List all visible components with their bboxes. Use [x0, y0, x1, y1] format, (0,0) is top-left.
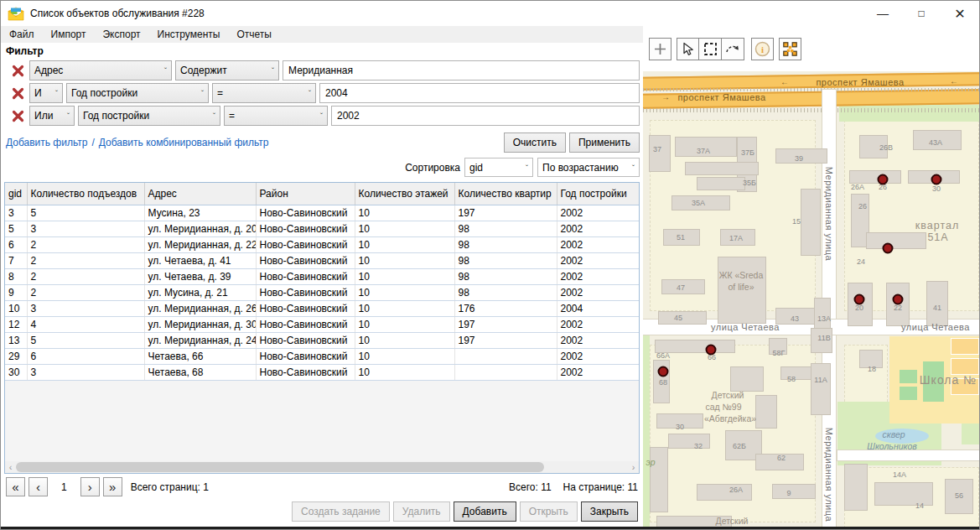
add-combined-filter-link[interactable]: Добавить комбинированный фильтр [99, 137, 269, 148]
close-object-list-button[interactable]: Закрыть [581, 501, 638, 522]
map-canvas[interactable]: проспект Ямашевапроспект Ямашева←←→улица… [643, 71, 979, 527]
filter-value-input[interactable] [331, 106, 640, 126]
pan-icon [653, 42, 667, 56]
prev-page-button[interactable]: ‹ [29, 477, 48, 496]
column-header-Район[interactable]: Район [256, 183, 355, 205]
map-object-marker[interactable] [878, 174, 889, 185]
filter-value-input[interactable] [319, 83, 640, 103]
menu-item-Экспорт[interactable]: Экспорт [102, 29, 140, 40]
objects-table-container: gidКоличество подъездовАдресРайонКоличес… [4, 182, 640, 474]
last-page-button[interactable]: » [103, 477, 122, 496]
status-group: Всего: 11 На странице: 11 [509, 481, 638, 493]
table-cell: 10 [5, 301, 27, 317]
scrollbar-thumb[interactable] [16, 462, 544, 472]
map-label: эр [646, 457, 655, 467]
filter-operator-dropdown[interactable]: Содержитˇ [175, 60, 279, 81]
scroll-left-icon[interactable]: ‹ [5, 461, 16, 473]
next-page-button[interactable]: › [80, 477, 100, 496]
menu-item-Импорт[interactable]: Импорт [51, 29, 86, 40]
column-header-Количество подъездов[interactable]: Количество подъездов [27, 183, 144, 205]
map-label: улица Четаева [901, 322, 970, 332]
cursor-select-button[interactable] [677, 38, 699, 60]
table-cell: Четаева, 66 [144, 349, 256, 365]
delete-filter-icon[interactable] [9, 62, 26, 79]
table-row[interactable]: 124ул. Меридианная, д. 30Ново-Савиновски… [5, 317, 639, 333]
table-row[interactable]: 103ул. Меридианная, д. 26Ново-Савиновски… [5, 301, 639, 317]
table-row[interactable]: 72ул. Четаева, д. 41Ново-Савиновский1098… [5, 253, 639, 269]
table-cell: 6 [27, 349, 144, 365]
info-button[interactable]: i [751, 38, 774, 60]
column-header-Количество квартир[interactable]: Количество квартир [454, 183, 557, 205]
column-header-gid[interactable]: gid [5, 183, 27, 205]
map-label: 68 [659, 378, 667, 387]
add-button[interactable]: Добавить [454, 501, 516, 522]
filter-field-dropdown[interactable]: Год постройкиˇ [66, 83, 209, 103]
horizontal-scrollbar[interactable]: ‹ › [5, 461, 639, 473]
map-label: 26 [858, 202, 867, 210]
table-cell: Ново-Савиновский [256, 221, 355, 237]
clear-filter-button[interactable]: Очистить [504, 132, 566, 153]
add-filter-link[interactable]: Добавить фильтр [6, 137, 87, 148]
map-label: 18 [868, 365, 876, 373]
table-row[interactable]: 53ул. Меридианная, д. 20Ново-Савиновский… [5, 221, 639, 237]
table-row[interactable]: 296Четаева, 66Ново-Савиновский102002 [5, 349, 639, 365]
scroll-right-icon[interactable]: › [628, 461, 639, 473]
close-button[interactable]: ✕ [941, 1, 979, 26]
table-cell: Ново-Савиновский [256, 301, 355, 317]
delete-button: Удалить [393, 501, 450, 522]
open-button: Открыть [520, 501, 578, 522]
filter-operator-dropdown[interactable]: =ˇ [212, 83, 316, 103]
minimize-button[interactable]: — [863, 1, 902, 26]
filter-logic-dropdown[interactable]: Илиˇ [29, 106, 75, 126]
zoom-to-objects-button[interactable] [779, 38, 801, 60]
menubar: ФайлИмпортЭкспортИнструментыОтчеты [1, 26, 643, 43]
sort-direction-dropdown[interactable]: По возрастаниюˇ [537, 158, 640, 177]
column-header-Количество этажей[interactable]: Количество этажей [355, 183, 454, 205]
map-object-marker[interactable] [931, 174, 942, 185]
filter-row-3: ИлиˇГод постройкиˇ=ˇ [9, 106, 640, 126]
chevron-down-icon: ˇ [51, 89, 58, 97]
table-cell: 5 [5, 221, 27, 237]
map-object-marker[interactable] [706, 345, 717, 356]
apply-filter-button[interactable]: Применить [569, 132, 640, 153]
table-row[interactable]: 135ул. Меридианная, д. 24Ново-Савиновски… [5, 333, 639, 349]
sort-field-dropdown[interactable]: gidˇ [464, 158, 533, 177]
map-building [685, 162, 759, 175]
map-label: 9 [786, 489, 791, 497]
chevron-down-icon: ˇ [160, 66, 167, 75]
map-object-marker[interactable] [854, 294, 865, 305]
filter-logic-dropdown[interactable]: Иˇ [29, 83, 63, 103]
map-object-marker[interactable] [883, 243, 894, 254]
menu-item-Файл[interactable]: Файл [9, 29, 34, 40]
first-page-button[interactable]: « [6, 477, 25, 496]
filter-field-dropdown[interactable]: Год постройкиˇ [78, 106, 220, 126]
lasso-select-button[interactable] [722, 38, 744, 60]
table-row[interactable]: 62ул. Меридианная, д. 22Ново-Савиновский… [5, 237, 639, 253]
rect-select-button[interactable] [699, 38, 722, 60]
table-row[interactable]: 303Четаева, 68Ново-Савиновский102002 [5, 365, 639, 381]
table-header-row: gidКоличество подъездовАдресРайонКоличес… [5, 183, 639, 205]
filter-operator-dropdown[interactable]: =ˇ [224, 106, 328, 126]
table-cell: 98 [454, 269, 557, 285]
map-label: 32 [694, 442, 703, 450]
map-building [849, 170, 901, 184]
table-row[interactable]: 92ул. Мусина, д. 21Ново-Савиновский10982… [5, 285, 639, 301]
map-object-marker[interactable] [893, 294, 904, 305]
map-label: 26А [851, 183, 864, 191]
maximize-button[interactable]: □ [902, 1, 941, 26]
menu-item-Отчеты[interactable]: Отчеты [236, 29, 271, 40]
map-label: 41 [933, 304, 941, 312]
menu-item-Инструменты[interactable]: Инструменты [158, 29, 220, 40]
map-label: «Абвгдейка» [704, 413, 756, 423]
pan-button[interactable] [649, 38, 671, 60]
map-label: 11В [817, 334, 830, 342]
delete-filter-icon[interactable] [9, 107, 26, 124]
table-row[interactable]: 35Мусина, 23Ново-Савиновский101972002 [5, 205, 639, 221]
map-object-marker[interactable] [658, 366, 669, 377]
filter-field-dropdown[interactable]: Адресˇ [29, 60, 172, 81]
column-header-Год постройки[interactable]: Год постройки [557, 183, 639, 205]
delete-filter-icon[interactable] [9, 85, 26, 101]
table-row[interactable]: 82ул. Четаева, д. 39Ново-Савиновский1098… [5, 269, 639, 285]
filter-value-input[interactable] [283, 60, 640, 81]
column-header-Адрес[interactable]: Адрес [144, 183, 256, 205]
